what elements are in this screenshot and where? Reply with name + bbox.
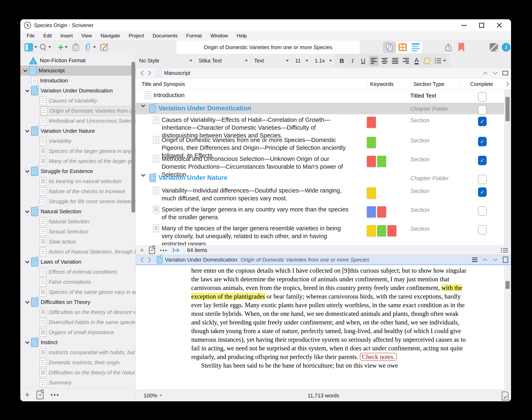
binder-item[interactable]: Natural Selection xyxy=(20,217,135,227)
complete-checkbox[interactable] xyxy=(478,206,487,216)
row-section-type[interactable]: Section xyxy=(410,187,461,194)
row-section-type[interactable]: Chapter Folder xyxy=(410,104,461,112)
binder-item[interactable]: Natural Selection xyxy=(20,207,135,217)
editor-back-icon[interactable] xyxy=(140,257,144,263)
binder-item[interactable]: Many of the species of the larger gene..… xyxy=(20,156,135,166)
binder-item[interactable]: Species of the same genus vary in an ... xyxy=(20,287,135,297)
collapse-chevron-icon[interactable] xyxy=(24,341,31,344)
menu-file[interactable]: File xyxy=(22,33,39,39)
row-section-type[interactable]: Titled Text xyxy=(410,91,461,99)
binder-item[interactable]: Instinct xyxy=(20,337,135,347)
menu-help[interactable]: Help xyxy=(232,33,251,39)
binder-item[interactable]: Struggle for life most severe between i.… xyxy=(20,196,135,207)
keyword-chip-green[interactable] xyxy=(377,156,386,167)
keyword-chip-red[interactable] xyxy=(387,225,397,236)
editor-next-icon[interactable] xyxy=(493,258,498,262)
binder-toggle-caret-icon[interactable] xyxy=(34,46,37,48)
keyword-chip-red[interactable] xyxy=(367,156,376,167)
align-left-button[interactable] xyxy=(369,56,379,66)
keyword-chip-yellow[interactable] xyxy=(367,187,376,198)
maximize-button[interactable] xyxy=(473,19,490,31)
binder-item[interactable]: Species of the larger genera in any co..… xyxy=(20,146,135,156)
binder-item[interactable]: Introduction xyxy=(20,76,135,86)
row-section-type[interactable]: Section xyxy=(410,206,461,213)
view-mode-outline-button[interactable] xyxy=(409,42,422,53)
more-columns-icon[interactable] xyxy=(505,81,510,87)
editor-menu-icon[interactable] xyxy=(472,257,477,262)
menu-format[interactable]: Format xyxy=(182,33,206,39)
binder-selected-item-box[interactable]: Origin of Domestic Varieties from one ..… xyxy=(40,106,135,116)
align-center-button[interactable] xyxy=(380,56,389,66)
binder-item[interactable]: Difficulties on the theory of the Natur.… xyxy=(20,368,135,378)
outliner-row[interactable]: Methodical and Unconscious Selection—Unk… xyxy=(136,153,511,172)
binder-item[interactable]: Difficulties on Theory xyxy=(20,297,135,307)
outliner-view-options[interactable] xyxy=(500,247,509,253)
binder-more-button[interactable]: ••• xyxy=(51,391,59,398)
menu-navigate[interactable]: Navigate xyxy=(96,33,124,39)
binder-item[interactable]: Diversified habits in the same species xyxy=(20,317,135,327)
binder-item[interactable]: Manuscript xyxy=(20,66,135,76)
compose-button[interactable] xyxy=(100,43,109,52)
dark-mode-toggle[interactable] xyxy=(490,43,498,51)
row-section-type[interactable]: Section xyxy=(410,116,461,124)
outliner-row[interactable]: Origin of Domestic Varieties from one or… xyxy=(136,134,511,153)
list-button[interactable] xyxy=(433,56,448,66)
editor-split-icon[interactable] xyxy=(503,257,508,263)
outliner-row[interactable]: Many of the species of the larger genera… xyxy=(136,223,511,242)
binder-item[interactable]: Variability xyxy=(20,136,135,146)
collapse-chevron-icon[interactable] xyxy=(24,261,31,263)
outliner-row[interactable]: IntroductionTitled Text xyxy=(136,90,511,103)
paperclip-caret-icon[interactable] xyxy=(93,46,96,48)
keyword-chip-red[interactable] xyxy=(367,117,376,128)
complete-checkbox[interactable] xyxy=(478,175,487,184)
collapse-chevron-icon[interactable] xyxy=(22,69,29,72)
complete-checkbox[interactable]: ✓ xyxy=(478,117,487,126)
row-section-type[interactable]: Section xyxy=(410,136,461,144)
complete-checkbox[interactable] xyxy=(478,225,487,235)
collapse-chevron-icon[interactable] xyxy=(139,104,147,107)
binder-item[interactable]: Summary xyxy=(20,378,135,388)
font-size-select[interactable]: 11 xyxy=(292,56,311,66)
binder-item[interactable]: Struggle for Existence xyxy=(20,166,135,176)
binder-add-document-button[interactable]: + xyxy=(37,391,44,399)
collapse-chevron-icon[interactable] xyxy=(139,174,147,177)
align-right-button[interactable] xyxy=(401,56,411,66)
complete-checkbox[interactable]: ✓ xyxy=(478,187,487,197)
share-button[interactable] xyxy=(444,43,453,52)
keyword-chip-yellow[interactable] xyxy=(367,225,376,236)
outliner-add-button[interactable]: + xyxy=(140,246,144,254)
row-section-type[interactable]: Section xyxy=(410,224,461,232)
binder-item[interactable]: Sexual Selection xyxy=(20,227,135,237)
font-variant-select[interactable]: Text xyxy=(251,56,292,66)
binder-item[interactable]: Nature of the checks to increase xyxy=(20,186,135,196)
column-section-type[interactable]: Section Type xyxy=(414,81,444,87)
menu-project[interactable]: Project xyxy=(124,33,148,39)
menu-window[interactable]: Window xyxy=(206,33,232,39)
binder-item[interactable]: False correlations xyxy=(20,277,135,287)
outliner-add-document-button[interactable]: + xyxy=(149,247,155,254)
binder-item[interactable]: Laws of Variation xyxy=(20,257,135,267)
collapse-chevron-icon[interactable] xyxy=(24,130,31,133)
text-color-button[interactable]: A xyxy=(412,56,421,66)
binder-item[interactable]: Methodical and Unconscious Selection xyxy=(20,116,135,126)
binder-item[interactable]: Organs of small importance xyxy=(20,327,135,337)
paperclip-button[interactable] xyxy=(84,43,92,52)
collapse-chevron-icon[interactable] xyxy=(24,170,31,173)
binder-scrollbar[interactable] xyxy=(132,62,135,213)
binder-item[interactable]: Domestic instincts, their origin xyxy=(20,358,135,368)
outliner-scrollbar-track[interactable] xyxy=(504,90,511,245)
next-document-icon[interactable] xyxy=(493,71,498,75)
editor-breadcrumb[interactable]: Variation Under Domestication:Origin of … xyxy=(165,257,369,263)
trash-button[interactable] xyxy=(71,43,80,52)
view-mode-document-button[interactable] xyxy=(383,42,396,53)
complete-checkbox[interactable] xyxy=(478,92,487,102)
outliner-title[interactable]: Manuscript xyxy=(164,70,190,76)
collapse-chevron-icon[interactable] xyxy=(24,89,31,92)
outliner-row[interactable]: Variability—Individual differences—Doubt… xyxy=(136,185,511,204)
previous-document-icon[interactable] xyxy=(483,71,488,75)
outliner-row[interactable]: Species of the larger genera in any coun… xyxy=(136,204,511,223)
menu-view[interactable]: View xyxy=(77,33,96,39)
style-select[interactable]: No Style xyxy=(136,56,195,66)
toolbar-document-title[interactable]: Origin of Domestic Varieties from one or… xyxy=(177,41,360,54)
editor-pane[interactable]: here enter on the copious details which … xyxy=(136,265,511,390)
